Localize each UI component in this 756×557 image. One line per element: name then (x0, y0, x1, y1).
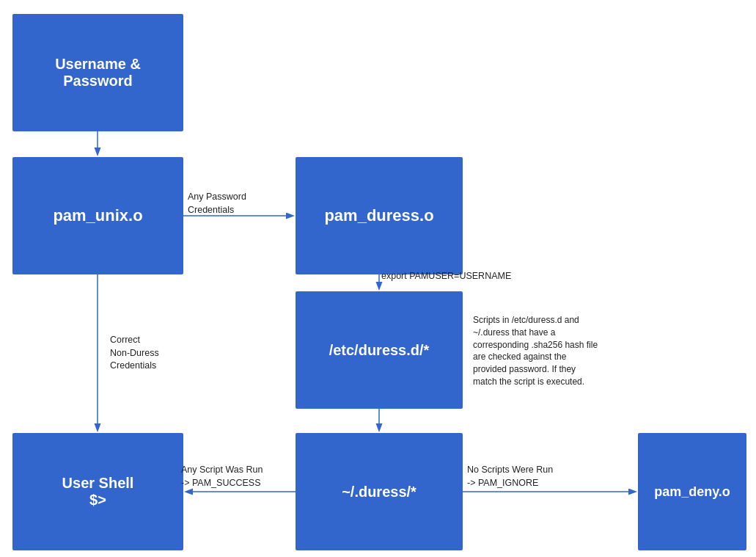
no-scripts-run-label: No Scripts Were Run-> PAM_IGNORE (467, 464, 553, 489)
etc-duress-label: /etc/duress.d/* (329, 342, 430, 359)
pam-unix-label: pam_unix.o (53, 206, 142, 225)
scripts-description-label: Scripts in /etc/duress.d and ~/.duress t… (473, 314, 598, 388)
home-duress-label: ~/.duress/* (342, 484, 416, 500)
pam-deny-box: pam_deny.o (638, 433, 746, 550)
export-pamuser-label: export PAMUSER=USERNAME (381, 270, 511, 283)
correct-credentials-label: CorrectNon-DuressCredentials (110, 334, 159, 373)
etc-duress-box: /etc/duress.d/* (296, 291, 463, 409)
any-script-run-label: Any Script Was Run-> PAM_SUCCESS (181, 464, 263, 489)
username-password-label: Username &Password (55, 56, 141, 90)
any-password-label: Any PasswordCredentials (188, 191, 246, 216)
user-shell-box: User Shell$> (12, 433, 183, 550)
pam-duress-label: pam_duress.o (324, 206, 433, 225)
username-password-box: Username &Password (12, 14, 183, 131)
user-shell-label: User Shell$> (62, 475, 134, 509)
home-duress-box: ~/.duress/* (296, 433, 463, 550)
pam-unix-box: pam_unix.o (12, 157, 183, 274)
pam-deny-label: pam_deny.o (654, 484, 730, 500)
pam-duress-box: pam_duress.o (296, 157, 463, 274)
